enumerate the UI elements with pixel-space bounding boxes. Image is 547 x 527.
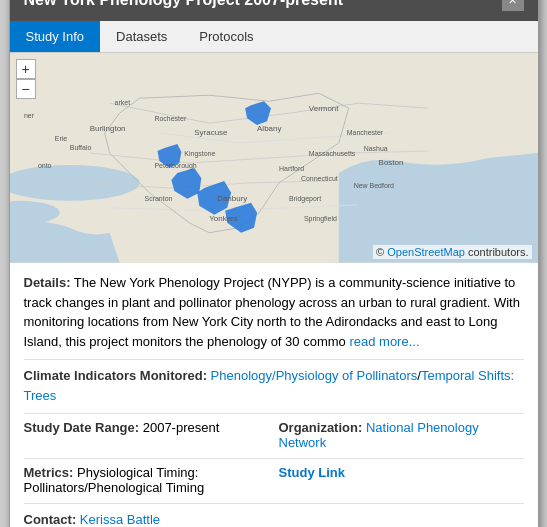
svg-text:Rochester: Rochester <box>154 115 186 122</box>
zoom-out-button[interactable]: − <box>16 79 36 99</box>
svg-text:arket: arket <box>114 99 130 106</box>
details-section: Details: The New York Phenology Project … <box>24 273 524 351</box>
svg-text:Kingstone: Kingstone <box>184 150 215 158</box>
svg-text:Burlington: Burlington <box>89 124 125 133</box>
close-button[interactable]: × <box>502 0 524 11</box>
svg-text:Erie: Erie <box>54 135 67 142</box>
svg-text:Springfield: Springfield <box>303 215 336 223</box>
svg-text:Hartford: Hartford <box>278 165 303 172</box>
metrics-study-row: Metrics: Physiological Timing: Pollinato… <box>24 465 524 495</box>
svg-text:Danbury: Danbury <box>217 194 247 203</box>
svg-text:Buffalo: Buffalo <box>69 144 91 151</box>
dialog-header: New York Phenology Project 2007-present … <box>10 0 538 21</box>
contact-section: Contact: Kerissa Battle <box>24 510 524 527</box>
metrics-col: Metrics: Physiological Timing: Pollinato… <box>24 465 269 495</box>
svg-text:ner: ner <box>23 112 34 119</box>
zoom-in-button[interactable]: + <box>16 59 36 79</box>
content-area: Details: The New York Phenology Project … <box>10 263 538 527</box>
svg-text:Boston: Boston <box>378 158 403 167</box>
date-value: 2007-present <box>143 420 220 435</box>
svg-text:Bridgeport: Bridgeport <box>288 195 320 203</box>
map-svg: Burlington Rochester Buffalo Syracuse Al… <box>10 53 538 263</box>
map-attribution: © OpenStreetMap contributors. <box>373 245 531 259</box>
climate-section: Climate Indicators Monitored: Phenology/… <box>24 366 524 405</box>
dialog: New York Phenology Project 2007-present … <box>9 0 539 527</box>
org-col: Organization: National Phenology Network <box>279 420 524 450</box>
svg-text:Vermont: Vermont <box>308 104 338 113</box>
svg-text:Syracuse: Syracuse <box>194 128 228 137</box>
divider-4 <box>24 503 524 504</box>
org-label: Organization: <box>279 420 363 435</box>
date-col: Study Date Range: 2007-present <box>24 420 269 450</box>
svg-text:Nashua: Nashua <box>363 145 387 152</box>
tab-study-info[interactable]: Study Info <box>10 21 101 52</box>
svg-text:Scranton: Scranton <box>144 195 172 202</box>
zoom-controls: + − <box>16 59 36 99</box>
svg-text:Yonkers: Yonkers <box>209 214 237 223</box>
divider-1 <box>24 359 524 360</box>
metrics-label: Metrics: <box>24 465 74 480</box>
climate-link-1[interactable]: Phenology/Physiology of Pollinators <box>211 368 418 383</box>
study-link[interactable]: Study Link <box>279 465 345 480</box>
details-label: Details: <box>24 275 71 290</box>
svg-text:Massachusetts: Massachusetts <box>308 150 355 157</box>
svg-text:Manchester: Manchester <box>346 129 383 136</box>
date-org-row: Study Date Range: 2007-present Organizat… <box>24 420 524 450</box>
svg-text:Albany: Albany <box>257 124 281 133</box>
openstreetmap-link[interactable]: OpenStreetMap <box>387 246 465 258</box>
date-label: Study Date Range: <box>24 420 140 435</box>
details-text: The New York Phenology Project (NYPP) is… <box>24 275 520 349</box>
map-container: Burlington Rochester Buffalo Syracuse Al… <box>10 53 538 263</box>
dialog-title: New York Phenology Project 2007-present <box>24 0 344 9</box>
svg-text:Connecticut: Connecticut <box>300 175 337 182</box>
climate-label: Climate Indicators Monitored: <box>24 368 207 383</box>
divider-3 <box>24 458 524 459</box>
svg-text:Peterborough: Peterborough <box>154 162 196 170</box>
study-link-col: Study Link <box>279 465 524 495</box>
svg-text:onto: onto <box>37 162 51 169</box>
divider-2 <box>24 413 524 414</box>
tab-bar: Study Info Datasets Protocols <box>10 21 538 53</box>
read-more-link[interactable]: read more... <box>349 334 419 349</box>
contact-link[interactable]: Kerissa Battle <box>80 512 160 527</box>
svg-text:New Bedford: New Bedford <box>353 182 393 189</box>
tab-protocols[interactable]: Protocols <box>183 21 269 52</box>
tab-datasets[interactable]: Datasets <box>100 21 183 52</box>
contact-label: Contact: <box>24 512 77 527</box>
